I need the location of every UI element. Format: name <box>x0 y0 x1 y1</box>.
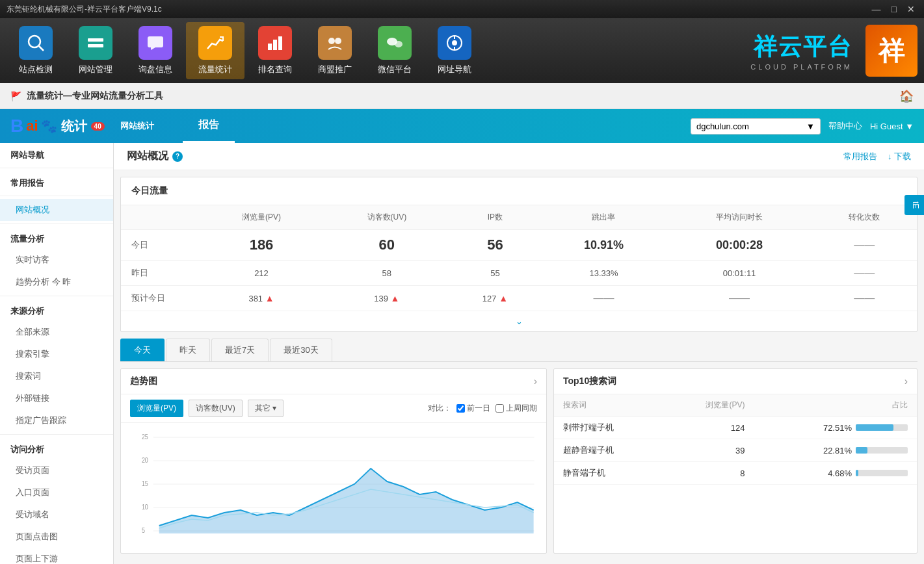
sidebar-item-site-overview[interactable]: 网站概况 <box>0 199 113 221</box>
col-percent: 占比 <box>754 394 917 417</box>
content-area: 网站概况 ? 常用报告 ↓ 下载 今日流量 浏览量(PV) 访客数(UV) IP… <box>114 143 924 564</box>
nav-label-site-manage: 网站管理 <box>79 64 112 75</box>
nav-item-alliance[interactable]: 商盟推广 <box>306 22 364 79</box>
compare-section: 对比： 前一日 上周同期 <box>428 403 537 414</box>
keyword-1: 剥带打端子机 <box>554 417 663 439</box>
top10-title: Top10搜索词 <box>563 376 616 387</box>
sidebar-visited-pages[interactable]: 受访页面 <box>0 459 113 481</box>
tab-yesterday[interactable]: 昨天 <box>166 339 210 361</box>
sidebar-search-engines[interactable]: 搜索引擎 <box>0 343 113 365</box>
sidebar-page-upstream[interactable]: 页面上下游 <box>0 548 113 564</box>
svg-point-13 <box>452 40 457 45</box>
compare-prev-week-checkbox[interactable] <box>495 404 504 413</box>
nav-item-nav[interactable]: 网址导航 <box>425 22 484 79</box>
sidebar-external-links[interactable]: 外部链接 <box>0 387 113 409</box>
nav-label-traffic: 流量统计 <box>198 64 232 75</box>
tab-today[interactable]: 今天 <box>120 339 165 361</box>
col-header-conversion: 转化次数 <box>812 205 917 230</box>
guest-info[interactable]: Hi Guest ▼ <box>870 122 914 131</box>
top10-row-3: 静音端子机 8 4.68% <box>554 462 917 485</box>
keyword-2: 超静音端子机 <box>554 439 663 462</box>
sidebar-ad-tracking[interactable]: 指定广告跟踪 <box>0 409 113 431</box>
compare-label: 对比： <box>428 403 451 414</box>
sidebar-nav-title[interactable]: 网站导航 <box>0 143 113 165</box>
col-header-uv: 访客数(UV) <box>324 205 450 230</box>
wechat-icon <box>378 26 412 60</box>
breadcrumb-text: 流量统计—专业网站流量分析工具 <box>27 90 163 102</box>
inquiry-icon <box>139 26 172 60</box>
percent-bar-3: 4.68% <box>763 468 908 478</box>
baidu-b: B <box>10 116 23 136</box>
logo-icon: 祥 <box>865 25 917 77</box>
sidebar-all-sources[interactable]: 全部来源 <box>0 321 113 343</box>
analytics-header: B ai 🐾 统计 40 网站统计 报告 dgchulun.com ▼ 帮助中心… <box>0 109 924 143</box>
compare-prev-day-label[interactable]: 前一日 <box>456 403 490 414</box>
home-icon[interactable]: 🏠 <box>899 89 914 103</box>
today-label: 今日 <box>121 230 199 261</box>
sidebar-entry-pages[interactable]: 入口页面 <box>0 481 113 504</box>
col-keyword: 搜索词 <box>554 394 663 417</box>
today-ip: 56 <box>450 230 540 261</box>
nav-website-stats[interactable]: 网站统计 <box>115 118 159 135</box>
sidebar-visit-analysis[interactable]: 访问分析 <box>0 437 113 459</box>
sidebar: 网站导航 常用报告 网站概况 流量分析 实时访客 趋势分析 今 昨 来源分析 全… <box>0 143 114 564</box>
top10-arrow[interactable]: › <box>904 376 908 387</box>
nav-item-site-manage[interactable]: 网站管理 <box>66 22 125 79</box>
compare-prev-day-checkbox[interactable] <box>456 404 465 413</box>
chart-tab-pv[interactable]: 浏览量(PV) <box>130 400 183 417</box>
sidebar-page-heatmap[interactable]: 页面点击图 <box>0 526 113 548</box>
right-float-btn[interactable]: tE <box>904 195 924 215</box>
table-row-today: 今日 186 60 56 10.91% 00:00:28 —— <box>121 230 917 261</box>
breadcrumb-icon: 🚩 <box>10 91 21 101</box>
download-btn[interactable]: ↓ 下载 <box>888 151 911 162</box>
col-header-avgtime: 平均访问时长 <box>667 205 812 230</box>
top-nav: 站点检测 网站管理 询盘信息 流量统计 排名查询 <box>0 18 924 83</box>
version-badge: 40 <box>91 122 105 131</box>
nav-label-alliance: 商盟推广 <box>318 64 352 75</box>
nav-item-site-check[interactable]: 站点检测 <box>7 22 65 79</box>
sidebar-source-analysis[interactable]: 来源分析 <box>0 299 113 321</box>
tab-7days[interactable]: 最近7天 <box>211 339 269 361</box>
close-btn[interactable]: ✕ <box>904 4 917 14</box>
sidebar-visited-domains[interactable]: 受访域名 <box>0 504 113 526</box>
minimize-btn[interactable]: — <box>869 4 884 14</box>
col-header-label <box>121 205 199 230</box>
bar-fill-3 <box>856 470 858 476</box>
dropdown-arrow: ▼ <box>806 122 815 131</box>
sidebar-realtime-visitors[interactable]: 实时访客 <box>0 249 113 271</box>
today-conversion: —— <box>812 230 917 261</box>
maximize-btn[interactable]: □ <box>889 4 899 14</box>
nav-item-ranking[interactable]: 排名查询 <box>246 22 304 79</box>
trend-chart-panel: 趋势图 › 浏览量(PV) 访客数(UV) 其它 ▾ 对比： 前一日 <box>120 368 547 554</box>
report-tab[interactable]: 报告 <box>183 109 235 143</box>
chart-tab-uv[interactable]: 访客数(UV) <box>189 400 243 417</box>
tab-30days[interactable]: 最近30天 <box>270 339 332 361</box>
sidebar-search-terms[interactable]: 搜索词 <box>0 365 113 387</box>
nav-item-traffic[interactable]: 流量统计 <box>186 22 244 79</box>
common-report-link[interactable]: 常用报告 <box>843 151 877 162</box>
expand-row[interactable]: ⌄ <box>121 311 917 331</box>
yesterday-bounce: 13.33% <box>540 261 667 286</box>
sidebar-traffic-analysis[interactable]: 流量分析 <box>0 227 113 249</box>
site-selector[interactable]: dgchulun.com ▼ <box>691 118 821 135</box>
traffic-table: 浏览量(PV) 访客数(UV) IP数 跳出率 平均访问时长 转化次数 今日 1… <box>121 205 917 311</box>
baidu-stats: 统计 <box>61 118 87 135</box>
yesterday-label: 昨日 <box>121 261 199 286</box>
yesterday-ip: 55 <box>450 261 540 286</box>
svg-point-0 <box>29 36 40 47</box>
info-badge[interactable]: ? <box>172 151 183 162</box>
help-btn[interactable]: 帮助中心 <box>828 120 862 132</box>
estimated-pv: 381 ▲ <box>199 286 324 311</box>
compare-prev-week-label[interactable]: 上周同期 <box>495 403 537 414</box>
sidebar-trend-analysis[interactable]: 趋势分析 今 昨 <box>0 271 113 293</box>
svg-rect-6 <box>273 40 277 50</box>
nav-item-inquiry[interactable]: 询盘信息 <box>126 22 185 79</box>
percent-3: 4.68% <box>754 462 917 485</box>
chart-tab-other[interactable]: 其它 ▾ <box>248 400 284 417</box>
sidebar-common-reports[interactable]: 常用报告 <box>0 171 113 193</box>
estimated-bounce: —— <box>540 286 667 311</box>
col-header-pv: 浏览量(PV) <box>199 205 324 230</box>
nav-item-wechat[interactable]: 微信平台 <box>365 22 424 79</box>
trend-chart-arrow[interactable]: › <box>534 376 537 387</box>
percent-bar-2: 22.81% <box>763 446 908 455</box>
